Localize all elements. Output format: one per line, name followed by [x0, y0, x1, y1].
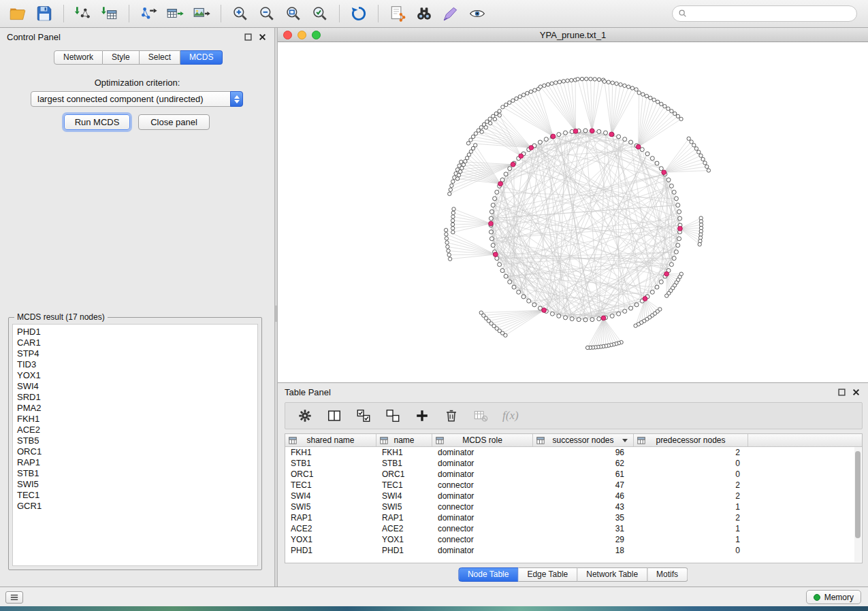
mcds-result-item[interactable]: GCR1 [17, 501, 257, 512]
close-panel-button[interactable]: Close panel [138, 114, 210, 130]
table-cell[interactable]: 18 [533, 545, 634, 556]
table-cell[interactable]: 0 [634, 545, 748, 556]
table-cell[interactable]: dominator [432, 469, 533, 480]
table-cell[interactable]: 1 [634, 534, 748, 545]
table-settings-gear-icon[interactable] [298, 408, 312, 423]
table-cell[interactable]: dominator [432, 545, 533, 556]
network-canvas[interactable] [278, 42, 868, 382]
table-row[interactable]: ORC1ORC1dominator610 [285, 469, 862, 480]
search-input[interactable] [691, 9, 851, 18]
table-cell[interactable]: PHD1 [285, 545, 376, 556]
tab-network-table[interactable]: Network Table [577, 567, 647, 582]
float-panel-icon[interactable] [244, 33, 252, 41]
mcds-result-item[interactable]: STB5 [17, 435, 257, 446]
network-graph[interactable] [278, 42, 868, 382]
save-session-button[interactable] [32, 3, 57, 24]
table-row[interactable]: FKH1FKH1dominator962 [285, 447, 862, 458]
close-panel-icon[interactable] [852, 389, 860, 396]
table-cell[interactable]: 62 [533, 458, 634, 469]
table-cell[interactable]: TEC1 [285, 480, 376, 491]
table-cell[interactable]: TEC1 [376, 480, 432, 491]
mcds-result-item[interactable]: SWI5 [17, 479, 257, 490]
tab-node-table[interactable]: Node Table [458, 567, 519, 582]
mcds-result-item[interactable]: ACE2 [17, 425, 257, 435]
table-cell[interactable]: YOX1 [285, 534, 376, 545]
table-cell[interactable]: dominator [432, 447, 533, 458]
splitter-handle[interactable] [275, 306, 277, 322]
table-row[interactable]: RAP1RAP1dominator352 [285, 512, 862, 523]
table-scrollbar[interactable] [854, 447, 861, 562]
tab-network[interactable]: Network [54, 50, 103, 65]
scrollbar-thumb[interactable] [855, 451, 861, 538]
sort-descending-icon[interactable] [622, 439, 628, 442]
table-row[interactable]: PHD1PHD1dominator180 [285, 545, 862, 556]
mcds-result-item[interactable]: STB1 [17, 468, 257, 479]
table-cell[interactable]: 0 [634, 469, 748, 480]
table-row[interactable]: YOX1YOX1connector291 [285, 534, 862, 545]
table-cell[interactable]: 46 [533, 491, 634, 501]
optimization-criterion-select[interactable]: largest connected component (undirected) [31, 91, 243, 107]
table-cell[interactable]: YOX1 [376, 534, 432, 545]
table-cell[interactable]: dominator [432, 491, 533, 501]
deselect-all-icon[interactable] [385, 408, 400, 423]
select-all-icon[interactable] [356, 408, 371, 423]
tab-edge-table[interactable]: Edge Table [518, 567, 577, 582]
table-cell[interactable]: ORC1 [285, 469, 376, 480]
table-cell[interactable]: 96 [533, 447, 634, 458]
apply-layout-button[interactable] [347, 3, 371, 24]
table-cell[interactable]: connector [432, 480, 533, 491]
tab-motifs[interactable]: Motifs [647, 567, 688, 582]
table-cell[interactable]: dominator [432, 512, 533, 523]
share-document-button[interactable] [385, 3, 410, 24]
table-row[interactable]: STB1STB1dominator620 [285, 458, 862, 469]
table-cell[interactable]: 0 [634, 458, 748, 469]
table-cell[interactable]: STB1 [376, 458, 432, 469]
table-cell[interactable]: 1 [634, 501, 748, 512]
table-cell[interactable]: RAP1 [376, 512, 432, 523]
table-cell[interactable]: 1 [634, 523, 748, 534]
table-cell[interactable]: RAP1 [285, 512, 376, 523]
mcds-result-list[interactable]: PHD1CAR1STP4TID3YOX1SWI4SRD1PMA2FKH1ACE2… [12, 324, 258, 566]
table-cell[interactable]: connector [432, 523, 533, 534]
mcds-result-item[interactable]: TID3 [17, 359, 257, 370]
table-cell[interactable]: 43 [533, 501, 634, 512]
table-cell[interactable]: 2 [634, 512, 748, 523]
mcds-result-item[interactable]: RAP1 [17, 457, 257, 468]
column-header-shared-name[interactable]: shared name [285, 434, 376, 446]
table-cell[interactable]: 2 [634, 491, 748, 501]
table-cell[interactable]: dominator [432, 458, 533, 469]
zoom-out-button[interactable] [255, 3, 279, 24]
mcds-result-item[interactable]: CAR1 [17, 337, 257, 348]
import-network-button[interactable] [71, 3, 95, 24]
table-cell[interactable]: ORC1 [376, 469, 432, 480]
table-row[interactable]: TEC1TEC1connector472 [285, 480, 862, 491]
zoom-fit-button[interactable] [281, 3, 306, 24]
search-box[interactable] [672, 5, 857, 22]
table-cell[interactable]: PHD1 [376, 545, 432, 556]
tab-style[interactable]: Style [103, 50, 140, 65]
mcds-result-item[interactable]: SRD1 [17, 392, 257, 403]
table-cell[interactable]: ACE2 [376, 523, 432, 534]
export-network-button[interactable] [136, 3, 161, 24]
mcds-result-item[interactable]: TEC1 [17, 490, 257, 501]
table-cell[interactable]: 2 [634, 480, 748, 491]
table-cell[interactable]: FKH1 [285, 447, 376, 458]
mcds-result-item[interactable]: PMA2 [17, 403, 257, 414]
network-nodes[interactable] [444, 77, 710, 349]
graphics-details-button[interactable] [438, 3, 463, 24]
column-header-predecessor-nodes[interactable]: predecessor nodes [634, 434, 748, 446]
table-cell[interactable]: ACE2 [285, 523, 376, 534]
table-cell[interactable]: connector [432, 534, 533, 545]
table-cell[interactable]: STB1 [285, 458, 376, 469]
table-cell[interactable]: SWI5 [376, 501, 432, 512]
mcds-result-item[interactable]: FKH1 [17, 414, 257, 425]
export-table-button[interactable] [163, 3, 187, 24]
table-cell[interactable]: 31 [533, 523, 634, 534]
float-panel-icon[interactable] [838, 389, 846, 396]
show-hide-button[interactable] [465, 3, 489, 24]
mcds-result-item[interactable]: STP4 [17, 348, 257, 359]
table-cell[interactable]: FKH1 [376, 447, 432, 458]
column-header-mcds-role[interactable]: MCDS role [432, 434, 533, 446]
table-cell[interactable]: SWI5 [285, 501, 376, 512]
memory-button[interactable]: Memory [806, 590, 861, 604]
